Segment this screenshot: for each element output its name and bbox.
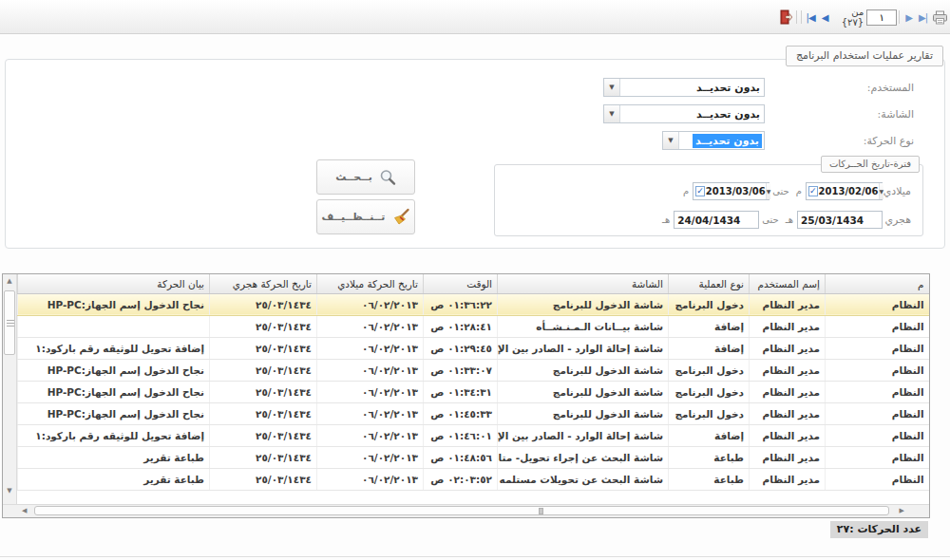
- gregorian-to-datepicker[interactable]: ✓ 2013/03/06 ▼: [693, 182, 770, 200]
- cell-description[interactable]: [18, 315, 210, 337]
- cell-gregorian-date[interactable]: ٠٦/٠٢/٢٠١٣: [317, 424, 424, 446]
- cell-gregorian-date[interactable]: ٠٦/٠٢/٢٠١٣: [317, 293, 424, 315]
- cell-hijri-date[interactable]: ٢٥/٠٣/١٤٣٤: [210, 468, 317, 490]
- table-row[interactable]: النظام مدير النظام دخول البرنامج شاشة ال…: [18, 359, 929, 381]
- cell-gregorian-date[interactable]: ٠٦/٠٢/٢٠١٣: [317, 359, 424, 381]
- clean-button[interactable]: تــنــظــيــف: [316, 199, 415, 234]
- cell-username[interactable]: مدير النظام: [750, 468, 826, 490]
- cell-description[interactable]: إضافة تحويل للوثيقه رقم باركود:١: [18, 424, 210, 446]
- cell-operation[interactable]: إضافة: [669, 424, 750, 446]
- cell-partial[interactable]: النظام: [826, 468, 929, 490]
- hijri-from-field[interactable]: [797, 211, 883, 229]
- cell-hijri-date[interactable]: ٢٥/٠٣/١٤٣٤: [210, 315, 317, 337]
- cell-username[interactable]: مدير النظام: [750, 359, 826, 381]
- cell-description[interactable]: إضافة تحويل للوثيقه رقم باركود:١: [18, 337, 210, 359]
- cell-gregorian-date[interactable]: ٠٦/٠٢/٢٠١٣: [317, 402, 424, 424]
- cell-partial[interactable]: النظام: [826, 337, 929, 359]
- table-row[interactable]: النظام مدير النظام طباعة شاشة البحث عن إ…: [18, 446, 929, 468]
- cell-time[interactable]: ٠٢:٠٣:٥٢ ص: [424, 468, 498, 490]
- table-row[interactable]: النظام مدير النظام إضافة شاشة إحالة الوا…: [18, 424, 929, 446]
- cell-description[interactable]: طباعة تقرير: [18, 446, 210, 468]
- vertical-scrollbar-thumb[interactable]: [4, 290, 15, 355]
- cell-screen[interactable]: شاشة البحث عن إجراء تحويل- متابعه :بين ا…: [498, 446, 669, 468]
- cell-time[interactable]: ٠١:٤٥:٣٣ ص: [424, 402, 498, 424]
- search-button[interactable]: بــحــث: [316, 159, 415, 195]
- cell-time[interactable]: ٠١:٤٦:٠١ ص: [424, 424, 498, 446]
- cell-time[interactable]: ٠١:٢٩:٤٥ ص: [424, 337, 498, 359]
- last-page-button[interactable]: ▶|: [916, 10, 930, 25]
- next-page-button[interactable]: ▶: [902, 10, 916, 25]
- cell-operation[interactable]: إضافة: [669, 337, 750, 359]
- vertical-scrollbar[interactable]: ▲ ▼: [3, 274, 17, 504]
- hijri-to-field[interactable]: [674, 211, 759, 229]
- table-row[interactable]: النظام مدير النظام إضافة شاشة بيــانات ا…: [18, 315, 929, 337]
- cell-hijri-date[interactable]: ٢٥/٠٣/١٤٣٤: [210, 359, 317, 381]
- movement-type-filter-combobox[interactable]: بدون تحديــد ▼: [662, 131, 765, 150]
- cell-operation[interactable]: دخول البرنامج: [669, 402, 750, 424]
- cell-time[interactable]: ٠١:٣٣:٠٧ ص: [424, 359, 498, 381]
- cell-partial[interactable]: النظام: [826, 402, 929, 424]
- cell-username[interactable]: مدير النظام: [750, 424, 826, 446]
- current-page-input[interactable]: [866, 9, 897, 26]
- cell-partial[interactable]: النظام: [826, 293, 929, 315]
- cell-hijri-date[interactable]: ٢٥/٠٣/١٤٣٤: [210, 337, 317, 359]
- cell-hijri-date[interactable]: ٢٥/٠٣/١٤٣٤: [210, 424, 317, 446]
- column-header-operation-type[interactable]: نوع العملية: [669, 274, 750, 293]
- horizontal-scrollbar-thumb[interactable]: [34, 506, 889, 515]
- cell-description[interactable]: طباعة تقرير: [18, 468, 210, 490]
- screen-filter-combobox[interactable]: بدون تحديــد ▼: [603, 104, 765, 123]
- table-row[interactable]: النظام مدير النظام إضافة شاشة إحالة الوا…: [18, 337, 929, 359]
- cell-partial[interactable]: النظام: [826, 381, 929, 402]
- cell-screen[interactable]: شاشة بيــانات الـمـنـشــأه: [498, 315, 669, 337]
- cell-operation[interactable]: دخول البرنامج: [669, 359, 750, 381]
- chevron-down-icon[interactable]: ▼: [604, 79, 620, 96]
- table-row[interactable]: النظام مدير النظام دخول البرنامج شاشة ال…: [18, 402, 929, 424]
- cell-screen[interactable]: شاشة الدخول للبرنامج: [498, 359, 669, 381]
- column-header-description[interactable]: بيان الحركة: [18, 274, 210, 293]
- exit-icon[interactable]: [777, 9, 794, 25]
- printer-icon[interactable]: [930, 10, 950, 25]
- table-row[interactable]: النظام مدير النظام دخول البرنامج شاشة ال…: [18, 293, 929, 315]
- cell-hijri-date[interactable]: ٢٥/٠٣/١٤٣٤: [210, 446, 317, 468]
- chevron-down-icon[interactable]: ▼: [879, 183, 884, 199]
- cell-hijri-date[interactable]: ٢٥/٠٣/١٤٣٤: [210, 402, 317, 424]
- chevron-down-icon[interactable]: ▼: [663, 132, 679, 149]
- cell-operation[interactable]: دخول البرنامج: [669, 381, 750, 402]
- cell-gregorian-date[interactable]: ٠٦/٠٢/٢٠١٣: [317, 315, 424, 337]
- cell-username[interactable]: مدير النظام: [750, 315, 826, 337]
- user-filter-combobox[interactable]: بدون تحديــد ▼: [603, 78, 765, 97]
- cell-description[interactable]: نجاح الدخول إسم الجهاز:HP-PC: [18, 402, 210, 424]
- column-header-gregorian-date[interactable]: تاريخ الحركة ميلادي: [317, 274, 424, 293]
- cell-screen[interactable]: شاشة إحالة الوارد - الصادر بين الإدارات: [498, 424, 669, 446]
- cell-operation[interactable]: طباعة: [669, 468, 750, 490]
- column-header-time[interactable]: الوقت: [424, 274, 498, 293]
- previous-page-button[interactable]: ◀: [818, 10, 832, 25]
- scroll-right-icon[interactable]: ▶: [900, 507, 904, 514]
- table-row[interactable]: النظام مدير النظام طباعة شاشة البحث عن ت…: [18, 468, 929, 490]
- cell-username[interactable]: مدير النظام: [750, 446, 826, 468]
- checkbox-checked-icon[interactable]: ✓: [808, 186, 818, 196]
- cell-partial[interactable]: النظام: [826, 359, 929, 381]
- cell-time[interactable]: ٠١:٣٦:٢٢ ص: [424, 293, 498, 315]
- cell-partial[interactable]: النظام: [826, 446, 929, 468]
- cell-screen[interactable]: شاشة الدخول للبرنامج: [498, 381, 669, 402]
- column-header-hijri-date[interactable]: تاريخ الحركة هجري: [210, 274, 317, 293]
- column-header-username[interactable]: إسم المستخدم: [750, 274, 826, 293]
- cell-description[interactable]: نجاح الدخول إسم الجهاز:HP-PC: [18, 381, 210, 402]
- chevron-down-icon[interactable]: ▼: [604, 105, 620, 122]
- cell-time[interactable]: ٠١:٣٤:٣١ ص: [424, 381, 498, 402]
- cell-screen[interactable]: شاشة إحالة الوارد - الصادر بين الإدارات: [498, 337, 669, 359]
- cell-gregorian-date[interactable]: ٠٦/٠٢/٢٠١٣: [317, 337, 424, 359]
- cell-description[interactable]: نجاح الدخول إسم الجهاز:HP-PC: [18, 293, 210, 315]
- scroll-down-icon[interactable]: ▼: [3, 487, 16, 495]
- column-header-screen[interactable]: الشاشة: [498, 274, 669, 293]
- cell-hijri-date[interactable]: ٢٥/٠٣/١٤٣٤: [210, 293, 317, 315]
- cell-operation[interactable]: دخول البرنامج: [669, 293, 750, 315]
- cell-screen[interactable]: شاشة الدخول للبرنامج: [498, 293, 669, 315]
- cell-hijri-date[interactable]: ٢٥/٠٣/١٤٣٤: [210, 381, 317, 402]
- first-page-button[interactable]: |◀: [804, 10, 818, 25]
- cell-partial[interactable]: النظام: [826, 424, 929, 446]
- cell-gregorian-date[interactable]: ٠٦/٠٢/٢٠١٣: [317, 468, 424, 490]
- cell-time[interactable]: ٠١:٤٨:٥٦ ص: [424, 446, 498, 468]
- cell-gregorian-date[interactable]: ٠٦/٠٢/٢٠١٣: [317, 446, 424, 468]
